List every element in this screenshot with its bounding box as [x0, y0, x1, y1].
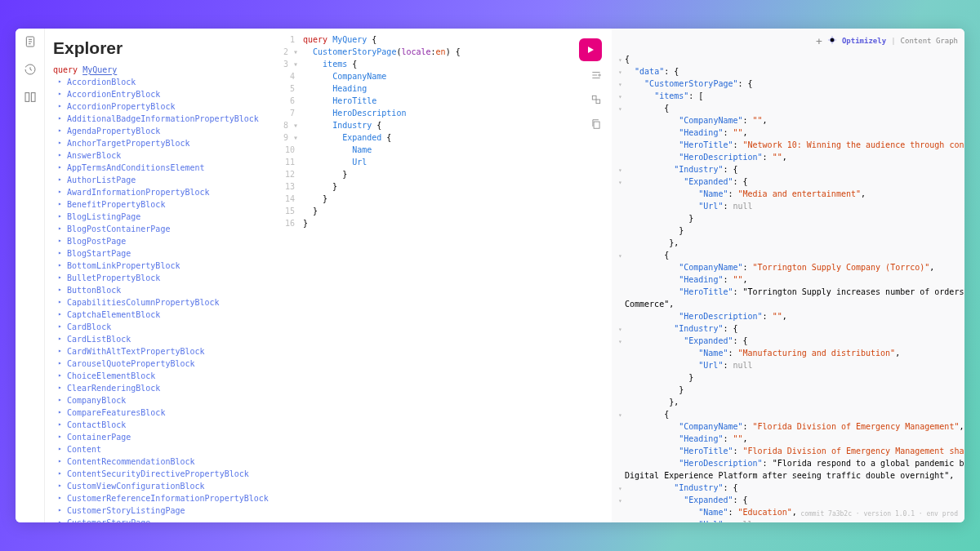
json-line-0[interactable]: ▾{ [618, 53, 958, 65]
json-line-21[interactable]: "HeroDescription": "", [618, 310, 958, 322]
type-BulletPropertyBlock[interactable]: BulletPropertyBlock [58, 272, 272, 284]
code-line-10[interactable]: 10 Name [283, 144, 608, 156]
json-line-18[interactable]: "Heading": "", [618, 273, 958, 286]
json-line-5[interactable]: "CompanyName": "", [618, 114, 958, 127]
type-AccordionEntryBlock[interactable]: AccordionEntryBlock [58, 88, 272, 100]
json-body[interactable]: ▾{▾ "data": {▾ "CustomerStoryPage": {▾ "… [618, 53, 958, 523]
type-CardBlock[interactable]: CardBlock [58, 321, 272, 333]
json-line-1[interactable]: ▾ "data": { [618, 65, 958, 78]
type-ChoiceElementBlock[interactable]: ChoiceElementBlock [58, 370, 272, 382]
type-ButtonBlock[interactable]: ButtonBlock [58, 284, 272, 296]
json-line-29[interactable]: ▾ { [618, 408, 958, 420]
json-line-13[interactable]: } [618, 212, 958, 224]
code-lines[interactable]: 1query MyQuery {2 ▾ CustomerStoryPage(lo… [283, 33, 608, 229]
code-line-9[interactable]: 9 ▾ Expanded { [283, 131, 608, 144]
json-line-20[interactable]: Commerce", [618, 298, 958, 310]
json-line-3[interactable]: ▾ "items": [ [618, 90, 958, 102]
json-line-28[interactable]: }, [618, 396, 958, 408]
type-AccordionPropertyBlock[interactable]: AccordionPropertyBlock [58, 100, 272, 113]
type-AwardInformationPropertyBlock[interactable]: AwardInformationPropertyBlock [58, 186, 272, 198]
type-AnchorTargetPropertyBlock[interactable]: AnchorTargetPropertyBlock [58, 137, 272, 149]
json-line-25[interactable]: "Url": null [618, 359, 958, 371]
code-line-7[interactable]: 7 HeroDescription [283, 107, 608, 119]
run-button[interactable] [579, 38, 602, 61]
type-CompanyBlock[interactable]: CompanyBlock [58, 394, 272, 407]
code-line-14[interactable]: 14 } [283, 193, 608, 205]
code-line-11[interactable]: 11 Url [283, 156, 608, 168]
type-BlogStartPage[interactable]: BlogStartPage [58, 247, 272, 260]
type-ContactBlock[interactable]: ContactBlock [58, 419, 272, 431]
history-icon[interactable] [24, 63, 37, 79]
type-CaptchaElementBlock[interactable]: CaptchaElementBlock [58, 309, 272, 321]
json-line-35[interactable]: ▾ "Industry": { [618, 482, 958, 494]
code-line-5[interactable]: 5 Heading [283, 82, 608, 95]
prettify-icon[interactable] [590, 69, 602, 84]
type-AgendaPropertyBlock[interactable]: AgendaPropertyBlock [58, 125, 272, 137]
type-ContainerPage[interactable]: ContainerPage [58, 431, 272, 443]
code-line-16[interactable]: 16} [283, 217, 608, 229]
code-line-4[interactable]: 4 CompanyName [283, 70, 608, 82]
type-CompareFeaturesBlock[interactable]: CompareFeaturesBlock [58, 407, 272, 419]
type-BlogPostPage[interactable]: BlogPostPage [58, 235, 272, 247]
json-line-9[interactable]: ▾ "Industry": { [618, 163, 958, 176]
layout-icon[interactable] [24, 91, 37, 107]
type-ClearRenderingBlock[interactable]: ClearRenderingBlock [58, 382, 272, 394]
type-CardListBlock[interactable]: CardListBlock [58, 333, 272, 345]
add-icon[interactable]: + [816, 33, 822, 50]
type-AuthorListPage[interactable]: AuthorListPage [58, 174, 272, 186]
json-line-15[interactable]: }, [618, 237, 958, 249]
type-CustomerReferenceInformationPropertyBlock[interactable]: CustomerReferenceInformationPropertyBloc… [58, 492, 272, 504]
json-line-24[interactable]: "Name": "Manufacturing and distribution"… [618, 347, 958, 359]
json-line-11[interactable]: "Name": "Media and entertainment", [618, 188, 958, 200]
json-line-22[interactable]: ▾ "Industry": { [618, 322, 958, 335]
json-line-30[interactable]: "CompanyName": "Florida Division of Emer… [618, 420, 958, 433]
code-line-8[interactable]: 8 ▾ Industry { [283, 119, 608, 131]
json-line-10[interactable]: ▾ "Expanded": { [618, 176, 958, 188]
type-AccordionBlock[interactable]: AccordionBlock [58, 76, 272, 88]
json-line-32[interactable]: "HeroTitle": "Florida Division of Emerge… [618, 445, 958, 457]
json-line-16[interactable]: ▾ { [618, 249, 958, 261]
json-line-31[interactable]: "Heading": "", [618, 433, 958, 445]
json-line-12[interactable]: "Url": null [618, 200, 958, 212]
json-line-36[interactable]: ▾ "Expanded": { [618, 494, 958, 506]
json-line-14[interactable]: } [618, 224, 958, 237]
type-CustomerStoryListingPage[interactable]: CustomerStoryListingPage [58, 504, 272, 517]
merge-icon[interactable] [590, 94, 602, 109]
json-line-8[interactable]: "HeroDescription": "", [618, 151, 958, 163]
copy-icon[interactable] [590, 118, 602, 133]
type-CustomViewConfigurationBlock[interactable]: CustomViewConfigurationBlock [58, 480, 272, 492]
query-name[interactable]: MyQuery [82, 65, 117, 74]
json-line-19[interactable]: "HeroTitle": "Torrington Supply increase… [618, 286, 958, 298]
type-AnswerBlock[interactable]: AnswerBlock [58, 149, 272, 162]
json-line-27[interactable]: } [618, 384, 958, 396]
code-line-2[interactable]: 2 ▾ CustomerStoryPage(locale:en) { [283, 46, 608, 58]
json-line-23[interactable]: ▾ "Expanded": { [618, 335, 958, 347]
type-CustomerStoryPage[interactable]: CustomerStoryPage [58, 517, 272, 523]
code-line-13[interactable]: 13 } [283, 180, 608, 193]
code-line-15[interactable]: 15 } [283, 205, 608, 217]
type-CapabilitiesColumnPropertyBlock[interactable]: CapabilitiesColumnPropertyBlock [58, 296, 272, 309]
code-line-6[interactable]: 6 HeroTitle [283, 95, 608, 107]
type-AppTermsAndConditionsElement[interactable]: AppTermsAndConditionsElement [58, 162, 272, 174]
type-BlogListingPage[interactable]: BlogListingPage [58, 211, 272, 223]
json-line-26[interactable]: } [618, 371, 958, 384]
json-line-7[interactable]: "HeroTitle": "Network 10: Winning the au… [618, 139, 958, 151]
code-line-12[interactable]: 12 } [283, 168, 608, 180]
type-BenefitPropertyBlock[interactable]: BenefitPropertyBlock [58, 198, 272, 211]
json-line-4[interactable]: ▾ { [618, 102, 958, 114]
json-line-17[interactable]: "CompanyName": "Torrington Supply Compan… [618, 261, 958, 273]
type-Content[interactable]: Content [58, 443, 272, 455]
type-CarouselQuotePropertyBlock[interactable]: CarouselQuotePropertyBlock [58, 358, 272, 370]
type-BottomLinkPropertyBlock[interactable]: BottomLinkPropertyBlock [58, 260, 272, 272]
json-line-6[interactable]: "Heading": "", [618, 127, 958, 139]
json-line-34[interactable]: Digital Experience Platform after seeing… [618, 469, 958, 482]
code-line-1[interactable]: 1query MyQuery { [283, 33, 608, 46]
type-BlogPostContainerPage[interactable]: BlogPostContainerPage [58, 223, 272, 235]
code-line-3[interactable]: 3 ▾ items { [283, 58, 608, 70]
type-CardWithAltTextPropertyBlock[interactable]: CardWithAltTextPropertyBlock [58, 345, 272, 358]
json-line-2[interactable]: ▾ "CustomerStoryPage": { [618, 78, 958, 90]
type-ContentRecommendationBlock[interactable]: ContentRecommendationBlock [58, 455, 272, 468]
document-icon[interactable] [24, 35, 37, 51]
type-ContentSecurityDirectivePropertyBlock[interactable]: ContentSecurityDirectivePropertyBlock [58, 468, 272, 480]
json-line-33[interactable]: "HeroDescription": "Florida respond to a… [618, 457, 958, 469]
